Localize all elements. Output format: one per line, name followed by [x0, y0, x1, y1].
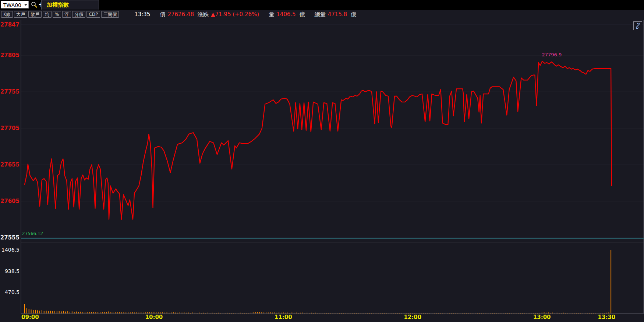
- volume-bar: [82, 312, 83, 314]
- volume-bar: [110, 312, 111, 314]
- dropdown-arrow-icon[interactable]: [24, 4, 27, 6]
- volume-bar: [95, 312, 96, 314]
- volume-bar: [54, 311, 55, 314]
- volume-bar: [65, 312, 66, 314]
- volume-bar: [52, 311, 53, 314]
- volume-bar: [98, 312, 98, 314]
- volume-bar: [24, 304, 25, 314]
- link-button[interactable]: [633, 21, 642, 30]
- volume-bar: [85, 312, 85, 314]
- symbol-input[interactable]: [3, 2, 24, 8]
- pricevol-button[interactable]: 分價: [72, 11, 85, 18]
- total-volume-value: 4715.8: [328, 11, 347, 18]
- bigplayer-button[interactable]: 大戶: [14, 11, 27, 18]
- volume-bar: [50, 311, 51, 314]
- volume-bar: [106, 312, 107, 314]
- volume-unit: 億: [300, 11, 305, 18]
- volume-bar: [153, 312, 154, 314]
- volume-label: 量: [269, 11, 274, 18]
- retail-button[interactable]: 散戶: [28, 11, 42, 18]
- volume-bar: [31, 309, 32, 314]
- volume-bar: [61, 311, 62, 314]
- volume-bar: [257, 312, 258, 314]
- kline-button[interactable]: K線: [1, 11, 13, 18]
- volume-bar: [255, 312, 256, 314]
- volume-value: 1406.5: [276, 11, 296, 18]
- change-label: 漲跌: [198, 11, 209, 18]
- day-high-label: 27796.9: [542, 52, 562, 57]
- volume-bar: [76, 312, 77, 314]
- volume-bar: [115, 312, 116, 314]
- cdp-button[interactable]: CDP: [86, 11, 100, 18]
- volume-bar: [26, 308, 27, 314]
- volume-bar: [29, 309, 29, 314]
- volume-axis-label: 938.5: [5, 268, 20, 274]
- volume-bar: [123, 312, 124, 314]
- volume-bar: [102, 312, 103, 314]
- float-button[interactable]: 浮: [62, 11, 71, 18]
- volume-bar: [78, 312, 79, 314]
- day-low-label: 27566.12: [22, 231, 43, 236]
- price-axis-label: 27605: [0, 198, 20, 204]
- price-axis-label: 27555: [0, 234, 20, 241]
- volume-bar: [42, 310, 42, 314]
- price-axis-label: 27847: [0, 21, 20, 28]
- volume-bar: [149, 312, 150, 314]
- threegate-button[interactable]: 三關價: [101, 11, 119, 18]
- volume-bar: [44, 311, 45, 314]
- volume-bar: [35, 310, 36, 314]
- symbol-combobox[interactable]: [1, 1, 29, 8]
- tab-weighted-index[interactable]: 加權指數: [41, 0, 99, 10]
- volume-bar: [80, 312, 81, 314]
- change-value: ▲71.95 (+0.26%): [211, 11, 259, 18]
- volume-bar: [72, 311, 72, 314]
- toolbar-row: K線 大戶 散戶 均 % 浮 分價 CDP 三關價 13:35 價 27626.…: [0, 10, 644, 19]
- time-axis-label: 09:00: [21, 314, 39, 321]
- volume-bar: [147, 312, 148, 314]
- volume-bar: [39, 311, 40, 314]
- volume-bar: [67, 311, 68, 314]
- volume-bar: [37, 310, 38, 314]
- volume-bar: [48, 311, 49, 314]
- price-label: 價: [160, 11, 165, 18]
- time-axis-label: 13:30: [598, 314, 616, 321]
- volume-axis-label: 470.5: [5, 289, 20, 295]
- quote-time: 13:35: [134, 11, 150, 18]
- volume-bar: [108, 311, 109, 314]
- volume-bar: [57, 311, 57, 314]
- total-volume-unit: 億: [351, 11, 356, 18]
- price-line: [25, 61, 612, 219]
- volume-bar: [156, 312, 156, 314]
- volume-bar: [93, 312, 94, 314]
- time-axis-label: 11:00: [275, 314, 292, 321]
- volume-bar: [33, 310, 33, 314]
- price-axis-label: 27755: [0, 88, 20, 95]
- trading-app-window: 278472780527755277052765527605275551406.…: [0, 0, 644, 322]
- quote-status-bar: 13:35 價 27626.48 漲跌 ▲71.95 (+0.26%) 量 14…: [134, 11, 356, 18]
- volume-bar: [91, 312, 92, 314]
- time-axis-label: 12:00: [404, 314, 421, 321]
- volume-bar: [259, 312, 260, 314]
- intraday-chart[interactable]: 278472780527755277052765527605275551406.…: [0, 0, 644, 322]
- volume-bar: [611, 250, 611, 314]
- volume-bar: [87, 312, 88, 314]
- volume-axis-label: 1406.5: [1, 247, 20, 253]
- time-axis-label: 13:00: [533, 314, 551, 321]
- volume-bar: [100, 312, 100, 314]
- volume-bar: [119, 312, 120, 314]
- volume-bar: [70, 312, 70, 314]
- price-axis-label: 27805: [0, 52, 20, 59]
- volume-bar: [74, 312, 75, 314]
- last-price: 27626.48: [167, 11, 194, 18]
- volume-bar: [46, 311, 47, 314]
- average-button[interactable]: 均: [43, 11, 52, 18]
- volume-bar: [152, 312, 152, 314]
- volume-bar: [59, 311, 60, 314]
- link-icon: [635, 23, 641, 29]
- percent-button[interactable]: %: [53, 11, 61, 18]
- search-icon[interactable]: [31, 1, 38, 8]
- time-axis-label: 10:00: [145, 314, 163, 321]
- top-bar: + 加權指數: [0, 0, 644, 10]
- volume-bar: [63, 311, 64, 314]
- price-axis-label: 27655: [0, 161, 20, 168]
